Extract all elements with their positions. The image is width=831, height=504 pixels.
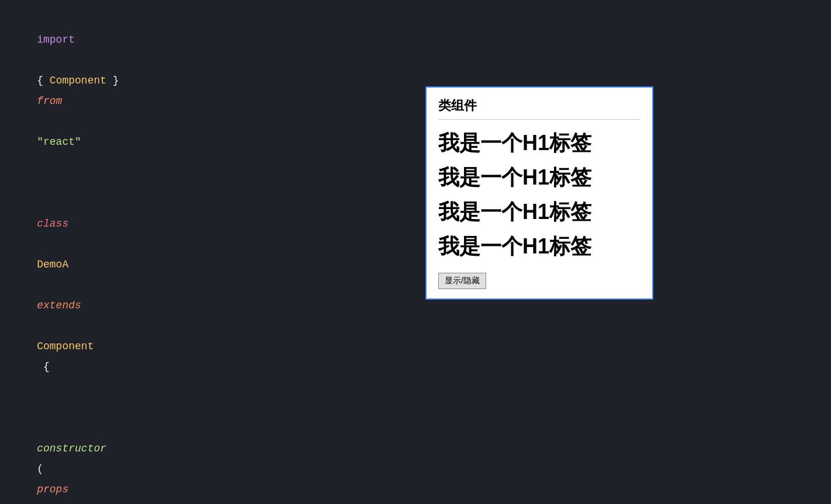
preview-toggle-button[interactable]: 显示/隐藏 <box>438 273 486 289</box>
preview-title: 类组件 <box>438 97 640 114</box>
code-line-3: class DemoA extends Component { <box>12 193 819 398</box>
preview-h1-4: 我是一个H1标签 <box>438 232 640 261</box>
code-line-1: import { Component } from "react" <box>12 9 819 173</box>
preview-h1-2: 我是一个H1标签 <box>438 164 640 192</box>
preview-divider <box>438 119 640 120</box>
import-keyword: import <box>37 34 75 46</box>
code-line-2 <box>12 173 819 193</box>
code-line-4: constructor ( props ) { <box>12 398 819 504</box>
preview-panel: 类组件 我是一个H1标签 我是一个H1标签 我是一个H1标签 我是一个H1标签 … <box>425 86 653 300</box>
preview-h1-1: 我是一个H1标签 <box>438 129 640 158</box>
from-keyword: from <box>37 95 62 107</box>
code-editor: import { Component } from "react" class … <box>0 0 831 504</box>
preview-h1-3: 我是一个H1标签 <box>438 198 640 227</box>
